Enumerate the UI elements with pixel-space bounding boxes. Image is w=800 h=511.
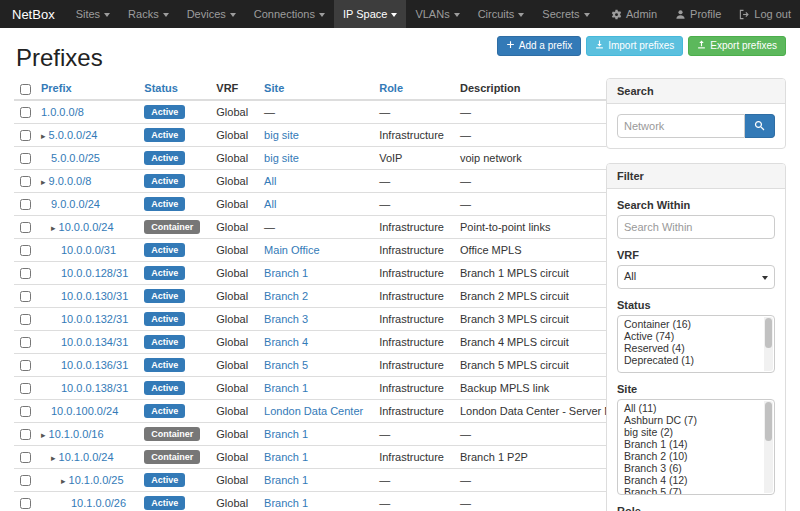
listbox-option[interactable]: Container (16) — [618, 318, 762, 330]
prefix-link[interactable]: 10.0.0.134/31 — [61, 336, 128, 348]
site-link[interactable]: Branch 1 — [264, 451, 308, 463]
row-checkbox[interactable] — [20, 176, 31, 187]
nav-item-racks[interactable]: Racks — [119, 0, 178, 28]
scrollbar[interactable] — [764, 317, 773, 371]
nav-label: Racks — [128, 8, 159, 20]
search-input[interactable] — [617, 114, 745, 138]
nav-item-connections[interactable]: Connections — [245, 0, 334, 28]
nav-item-admin[interactable]: Admin — [602, 0, 666, 28]
column-header-status[interactable]: Status — [136, 78, 208, 100]
site-link[interactable]: Branch 1 — [264, 382, 308, 394]
select-all-checkbox[interactable] — [20, 84, 31, 95]
prefix-link[interactable]: 9.0.0.0/8 — [49, 175, 92, 187]
row-checkbox[interactable] — [20, 199, 31, 210]
nav-item-devices[interactable]: Devices — [178, 0, 245, 28]
column-header-role[interactable]: Role — [371, 78, 452, 100]
brand-logo[interactable]: NetBox — [0, 0, 67, 28]
row-checkbox[interactable] — [20, 452, 31, 463]
row-checkbox[interactable] — [20, 360, 31, 371]
site-link[interactable]: big site — [264, 129, 299, 141]
site-cell: Branch 1 — [256, 261, 371, 284]
listbox-option[interactable]: Branch 4 (12) — [618, 474, 762, 486]
prefix-link[interactable]: 10.1.0.0/24 — [59, 451, 114, 463]
row-checkbox[interactable] — [20, 498, 31, 509]
nav-item-vlans[interactable]: VLANs — [406, 0, 468, 28]
search-button[interactable] — [745, 114, 775, 138]
listbox-option[interactable]: big site (2) — [618, 426, 762, 438]
site-link[interactable]: Branch 1 — [264, 497, 308, 509]
site-link[interactable]: All — [264, 175, 276, 187]
row-checkbox[interactable] — [20, 245, 31, 256]
prefix-link[interactable]: 10.0.0.136/31 — [61, 359, 128, 371]
prefix-link[interactable]: 10.0.0.0/31 — [61, 244, 116, 256]
export-prefixes-button[interactable]: Export prefixes — [688, 36, 786, 56]
status-listbox[interactable]: Container (16)Active (74)Reserved (4)Dep… — [617, 315, 775, 373]
site-link[interactable]: Main Office — [264, 244, 319, 256]
prefix-link[interactable]: 9.0.0.0/24 — [51, 198, 100, 210]
column-header-site[interactable]: Site — [256, 78, 371, 100]
row-checkbox[interactable] — [20, 429, 31, 440]
prefix-link[interactable]: 10.0.0.132/31 — [61, 313, 128, 325]
row-checkbox[interactable] — [20, 222, 31, 233]
chevron-down-icon — [454, 13, 460, 17]
nav-item-logout[interactable]: Log out — [730, 0, 800, 28]
site-link[interactable]: Branch 4 — [264, 336, 308, 348]
prefix-link[interactable]: 10.0.0.0/24 — [59, 221, 114, 233]
site-link[interactable]: Branch 1 — [264, 267, 308, 279]
listbox-option[interactable]: Branch 3 (6) — [618, 462, 762, 474]
site-link[interactable]: All — [264, 198, 276, 210]
listbox-option[interactable]: Reserved (4) — [618, 342, 762, 354]
row-checkbox[interactable] — [20, 406, 31, 417]
row-checkbox[interactable] — [20, 383, 31, 394]
nav-item-circuits[interactable]: Circuits — [469, 0, 534, 28]
column-header-prefix[interactable]: Prefix — [33, 78, 136, 100]
row-checkbox[interactable] — [20, 337, 31, 348]
add-prefix-button[interactable]: Add a prefix — [497, 36, 581, 56]
nav-label: Admin — [626, 8, 657, 20]
site-link[interactable]: Branch 2 — [264, 290, 308, 302]
search-within-input[interactable] — [617, 215, 775, 239]
nav-item-ip-space[interactable]: IP Space — [334, 0, 406, 28]
listbox-option[interactable]: Ashburn DC (7) — [618, 414, 762, 426]
listbox-option[interactable]: All (11) — [618, 402, 762, 414]
site-link[interactable]: Branch 3 — [264, 313, 308, 325]
site-link[interactable]: Branch 1 — [264, 474, 308, 486]
nav-item-secrets[interactable]: Secrets — [533, 0, 598, 28]
status-badge: Active — [144, 496, 185, 510]
prefix-link[interactable]: 10.0.0.128/31 — [61, 267, 128, 279]
listbox-option[interactable]: Branch 5 (7) — [618, 486, 762, 495]
vrf-select[interactable]: All — [617, 265, 775, 289]
role-cell: — — [371, 491, 452, 511]
nav-item-sites[interactable]: Sites — [67, 0, 119, 28]
site-link[interactable]: Branch 1 — [264, 428, 308, 440]
listbox-option[interactable]: Branch 1 (14) — [618, 438, 762, 450]
scrollbar[interactable] — [764, 401, 773, 493]
site-link[interactable]: big site — [264, 152, 299, 164]
prefix-link[interactable]: 10.0.0.130/31 — [61, 290, 128, 302]
row-checkbox[interactable] — [20, 475, 31, 486]
prefix-link[interactable]: 1.0.0.0/8 — [41, 106, 84, 118]
listbox-option[interactable]: Branch 2 (10) — [618, 450, 762, 462]
row-checkbox[interactable] — [20, 268, 31, 279]
nav-label: Connections — [254, 8, 315, 20]
nav-item-profile[interactable]: Profile — [666, 0, 730, 28]
site-link[interactable]: Branch 5 — [264, 359, 308, 371]
prefix-link[interactable]: 10.0.0.138/31 — [61, 382, 128, 394]
expand-arrow-icon: ▸ — [41, 177, 46, 187]
row-checkbox[interactable] — [20, 130, 31, 141]
site-listbox[interactable]: All (11)Ashburn DC (7)big site (2)Branch… — [617, 399, 775, 495]
prefix-link[interactable]: 10.0.100.0/24 — [51, 405, 118, 417]
prefix-link[interactable]: 10.1.0.0/26 — [71, 497, 126, 509]
prefix-link[interactable]: 5.0.0.0/24 — [49, 129, 98, 141]
site-link[interactable]: London Data Center — [264, 405, 363, 417]
prefix-link[interactable]: 10.1.0.0/25 — [69, 474, 124, 486]
import-prefixes-button[interactable]: Import prefixes — [586, 36, 683, 56]
listbox-option[interactable]: Active (74) — [618, 330, 762, 342]
prefix-link[interactable]: 10.1.0.0/16 — [49, 428, 104, 440]
row-checkbox[interactable] — [20, 314, 31, 325]
row-checkbox[interactable] — [20, 291, 31, 302]
prefix-link[interactable]: 5.0.0.0/25 — [51, 152, 100, 164]
listbox-option[interactable]: Deprecated (1) — [618, 354, 762, 366]
row-checkbox[interactable] — [20, 107, 31, 118]
row-checkbox[interactable] — [20, 153, 31, 164]
